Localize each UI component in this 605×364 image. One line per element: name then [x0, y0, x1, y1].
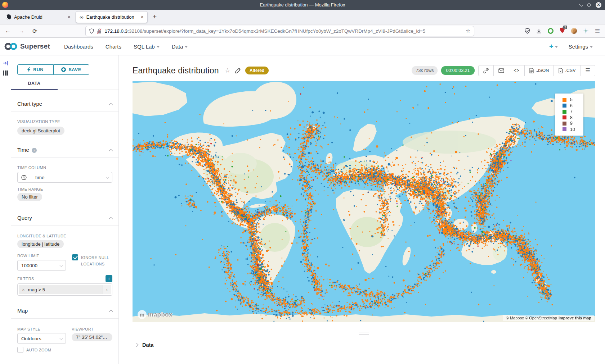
minimize-icon[interactable] — [579, 2, 583, 6]
expand-filter-icon[interactable]: › — [103, 285, 111, 294]
section-query[interactable]: Query — [17, 201, 112, 221]
bookmark-star-icon[interactable]: ☆ — [466, 28, 470, 34]
copy-link-button[interactable] — [479, 65, 493, 76]
ignore-null-label: IGNORE NULL LOCATIONS — [81, 254, 112, 271]
forward-icon[interactable]: → — [19, 28, 24, 34]
tab-label: Earthquake distribution — [86, 14, 134, 20]
attribution-text[interactable]: © Mapbox © OpenStreetMap — [506, 316, 557, 320]
altered-badge[interactable]: Altered — [245, 67, 269, 74]
close-tab-icon[interactable]: × — [68, 14, 71, 20]
run-button[interactable]: RUN — [17, 64, 53, 75]
nav-settings[interactable]: Settings — [569, 44, 593, 50]
email-button[interactable] — [493, 65, 509, 76]
lonlat-value[interactable]: longitude | latitude — [17, 240, 64, 248]
downloads-icon[interactable] — [536, 28, 542, 34]
superset-logo[interactable]: Superset — [4, 42, 50, 51]
reload-icon[interactable]: ⟳ — [32, 28, 37, 35]
edit-title-icon[interactable] — [235, 68, 241, 74]
improve-map-link[interactable]: Improve this map — [559, 316, 591, 320]
filter-value[interactable]: mag > 5 — [28, 287, 45, 292]
cookie-extension-icon[interactable] — [571, 28, 577, 34]
superset-navbar: Superset Dashboards Charts SQL Lab Data … — [0, 38, 605, 55]
collapse-strip — [0, 55, 11, 364]
back-icon[interactable]: ← — [5, 28, 11, 34]
legend-item[interactable]: 7 — [563, 109, 580, 115]
nav-sql-lab[interactable]: SQL Lab — [127, 44, 166, 50]
tracking-shield-icon[interactable] — [89, 28, 94, 34]
viewport-value[interactable]: 7° 35' 54.02" | 31... — [72, 333, 112, 341]
chevron-up-icon — [109, 103, 113, 107]
section-map[interactable]: Map — [17, 296, 112, 314]
window-titlebar: Earthquake distribution — Mozilla Firefo… — [0, 0, 605, 10]
more-options-button[interactable]: ☰ — [581, 65, 595, 76]
favorite-star-icon[interactable]: ☆ — [225, 67, 230, 74]
legend-item[interactable]: 5 — [563, 97, 580, 103]
datasource-grid-icon[interactable] — [3, 70, 8, 76]
nav-charts[interactable]: Charts — [99, 44, 127, 50]
auto-zoom-label: AUTO ZOOM — [26, 348, 51, 352]
superset-infinity-icon — [4, 42, 18, 51]
filter-control: × mag > 5 › — [17, 283, 112, 296]
ignore-null-checkbox[interactable] — [72, 254, 78, 260]
chevron-right-icon — [134, 343, 138, 347]
permissions-shield-icon[interactable] — [525, 28, 530, 34]
time-range-value[interactable]: No filter — [17, 193, 42, 201]
chevron-down-icon — [59, 336, 63, 340]
legend-swatch-icon — [563, 104, 566, 108]
extension-green-icon[interactable] — [548, 28, 554, 34]
legend-item[interactable]: 8 — [563, 115, 580, 121]
url-text[interactable]: 172.18.0.3:32108/superset/explore/?form_… — [104, 28, 463, 34]
close-window-icon[interactable]: ✕ — [596, 2, 601, 8]
panel-tabs: DATA — [11, 81, 118, 90]
row-limit-select[interactable]: 100000 — [17, 260, 66, 271]
embed-code-button[interactable]: <> — [509, 65, 524, 76]
chevron-up-icon — [109, 217, 113, 221]
maximize-icon[interactable] — [587, 3, 591, 7]
control-panel: RUN SAVE DATA Chart type VISUALIZATION T… — [11, 55, 119, 364]
tab-earthquake-distribution[interactable]: ∞ Earthquake distribution × — [76, 11, 148, 23]
data-panel-header[interactable]: Data — [133, 342, 595, 348]
data-panel-label: Data — [142, 342, 153, 348]
legend-label: 5 — [570, 97, 573, 102]
remove-filter-icon[interactable]: × — [19, 287, 28, 292]
sparkle-extension-icon[interactable] — [583, 28, 589, 34]
expand-panel-icon[interactable] — [3, 60, 8, 66]
mapbox-logo[interactable]: m mapbox — [138, 310, 172, 319]
chart-area: Earthquake distribution ☆ Altered 73k ro… — [119, 55, 605, 364]
map-legend: 5678910 — [555, 94, 583, 136]
add-filter-button[interactable]: + — [106, 275, 112, 282]
export-csv-button[interactable]: .CSV — [554, 65, 580, 76]
nav-data[interactable]: Data — [166, 44, 194, 50]
tab-strip: Apache Druid × ∞ Earthquake distribution… — [0, 10, 605, 24]
tab-apache-druid[interactable]: Apache Druid × — [2, 11, 74, 23]
export-json-button[interactable]: .JSON — [524, 65, 554, 76]
close-tab-icon[interactable]: × — [141, 14, 144, 20]
viz-type-value[interactable]: deck.gl Scatterplot — [17, 127, 64, 135]
filters-label: FILTERS — [17, 277, 34, 281]
new-tab-button[interactable]: + — [149, 13, 160, 21]
resize-handle[interactable] — [359, 332, 369, 335]
save-button[interactable]: SAVE — [53, 64, 89, 75]
auto-zoom-checkbox[interactable] — [17, 347, 23, 353]
map-style-select[interactable]: Outdoors — [17, 333, 66, 344]
nav-dashboards[interactable]: Dashboards — [58, 44, 99, 50]
map-canvas[interactable]: 5678910 m mapbox © Mapbox © OpenStreetMa… — [133, 81, 595, 322]
circle-plus-icon — [61, 67, 66, 72]
time-column-select[interactable]: __time — [17, 172, 112, 183]
superset-favicon-icon: ∞ — [80, 14, 84, 20]
firefox-window: Earthquake distribution — Mozilla Firefo… — [0, 0, 605, 364]
section-time[interactable]: Timei — [17, 135, 112, 153]
url-bar[interactable]: 172.18.0.3:32108/superset/explore/?form_… — [85, 26, 474, 36]
legend-item[interactable]: 9 — [563, 120, 580, 127]
legend-item[interactable]: 10 — [563, 127, 580, 133]
section-chart-type[interactable]: Chart type — [17, 90, 112, 107]
druid-favicon-icon — [6, 14, 11, 20]
legend-item[interactable]: 6 — [563, 103, 580, 109]
add-new-button[interactable]: + — [549, 42, 558, 51]
insecure-padlock-icon[interactable] — [97, 28, 102, 34]
tab-data[interactable]: DATA — [11, 81, 58, 90]
legend-label: 9 — [570, 121, 573, 126]
query-timer-badge: 00:00:03.21 — [441, 66, 474, 75]
ublock-icon[interactable]: 2 — [560, 27, 565, 35]
menu-hamburger-icon[interactable]: ☰ — [595, 28, 600, 35]
